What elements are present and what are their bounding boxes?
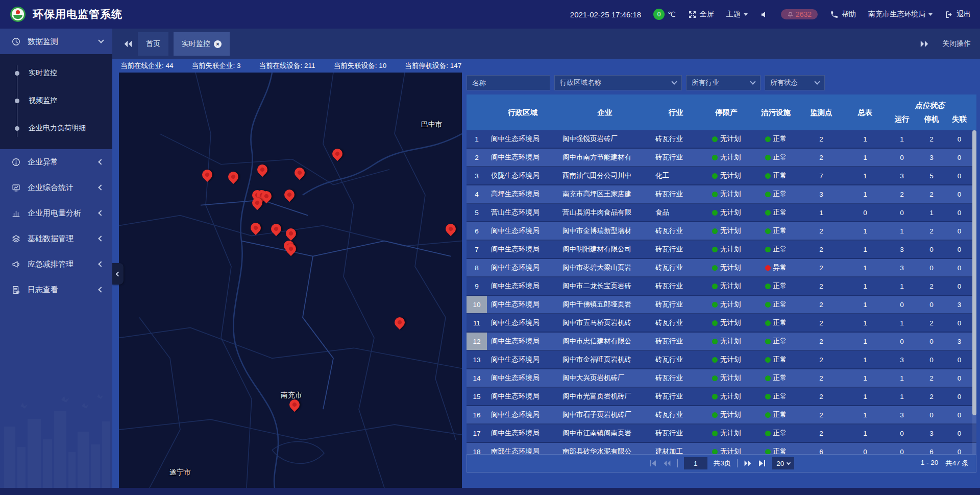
sidebar-item-7[interactable]: 日志查看 [0, 277, 112, 302]
cell-index: 14 [467, 369, 487, 387]
stop-status-label: 无计划 [720, 392, 741, 401]
page-size-select[interactable]: 20 [772, 457, 794, 469]
stop-status-label: 无计划 [720, 226, 741, 235]
tab-realtime-monitor[interactable]: 实时监控 × [174, 32, 230, 56]
cell-region: 阆中生态环境局 [487, 333, 558, 350]
tab-home[interactable]: 首页 [138, 32, 168, 56]
cell-monitor-count: 2 [799, 241, 843, 258]
theme-dropdown[interactable]: 主题 [726, 10, 748, 19]
scrollbar-thumb[interactable] [972, 130, 976, 415]
close-operations-button[interactable]: 关闭操作 [942, 39, 971, 49]
tabs-scroll-right-button[interactable] [920, 40, 929, 48]
facility-status-label: 异常 [773, 263, 787, 272]
status-dot-green [765, 155, 771, 160]
table-row[interactable]: 15阆中生态环境局阆中市光富页岩机砖厂砖瓦行业无计划正常21120 [467, 388, 976, 406]
map-city-label: 遂宁市 [169, 468, 191, 477]
cell-run-count: 3 [887, 351, 917, 368]
region-select[interactable]: 行政区域名称 [554, 75, 682, 90]
status-select[interactable]: 所有状态 [765, 75, 825, 90]
tabs-scroll-left-button[interactable] [124, 40, 133, 48]
cell-index: 18 [467, 443, 487, 454]
table-row[interactable]: 12阆中生态环境局阆中市忠信建材有限公砖瓦行业无计划正常21003 [467, 333, 976, 351]
sidebar-item-2[interactable]: 企业异常 [0, 149, 112, 175]
cell-stop-status: 无计划 [700, 388, 752, 405]
stop-status-label: 无计划 [720, 355, 741, 364]
header-actions: 2021-02-25 17:46:18 0 ℃ 全屏 主题 [570, 9, 980, 20]
cell-run-count: 0 [887, 204, 917, 221]
sidebar-subitem[interactable]: 实时监控 [0, 59, 112, 87]
cell-company: 南部县砖华水泥有限公 [558, 443, 651, 454]
table-row[interactable]: 1阆中生态环境局阆中强锐页岩砖厂砖瓦行业无计划正常21120 [467, 130, 976, 149]
cell-index: 8 [467, 259, 487, 276]
cell-lost-count: 0 [946, 443, 972, 454]
table-row[interactable]: 5营山生态环境局营山县润丰肉食品有限食品无计划正常10010 [467, 204, 976, 222]
prev-page-button[interactable] [663, 460, 671, 467]
table-row[interactable]: 9阆中生态环境局阆中市二龙长宝页岩砖砖瓦行业无计划正常21120 [467, 277, 976, 296]
cell-monitor-count: 2 [799, 425, 843, 442]
sound-toggle-button[interactable] [760, 10, 769, 19]
cell-run-count: 0 [887, 443, 917, 454]
facility-status-label: 正常 [773, 226, 787, 235]
cell-meter-count: 1 [843, 277, 887, 295]
table-row[interactable]: 6阆中生态环境局阆中市金博瑞新型墙材砖瓦行业无计划正常21120 [467, 222, 976, 241]
cell-index: 13 [467, 351, 487, 368]
next-page-button[interactable] [744, 460, 752, 467]
temperature-unit: ℃ [668, 10, 676, 18]
skip-first-icon [649, 460, 657, 467]
cell-meter-count: 1 [843, 425, 887, 442]
table-row[interactable]: 2阆中生态环境局阆中市南方节能建材有砖瓦行业无计划正常21030 [467, 149, 976, 167]
table-row[interactable]: 10阆中生态环境局阆中千佛镇五郎垭页岩砖瓦行业无计划正常21003 [467, 296, 976, 314]
status-dot-green [765, 320, 771, 326]
table-row[interactable]: 3仪陇生态环境局西南油气田分公司川中化工无计划正常71350 [467, 167, 976, 185]
sidebar-collapse-handle[interactable] [112, 263, 124, 285]
sidebar-item-4[interactable]: 企业用电量分析 [0, 200, 112, 226]
sidebar-subitem[interactable]: 视频监控 [0, 87, 112, 114]
fullscreen-button[interactable]: 全屏 [688, 10, 714, 19]
cell-stop-status: 无计划 [700, 406, 752, 423]
logout-button[interactable]: 退出 [945, 10, 971, 19]
name-search-input[interactable] [467, 75, 550, 90]
table-row[interactable]: 11阆中生态环境局阆中市五马桥页岩机砖砖瓦行业无计划正常21120 [467, 314, 976, 333]
table-row[interactable]: 14阆中生态环境局阆中大兴页岩机砖厂砖瓦行业无计划正常21120 [467, 369, 976, 388]
table-row[interactable]: 4高坪生态环境局南充市高坪区王家店建砖瓦行业无计划正常31220 [467, 185, 976, 204]
sidebar-item-6[interactable]: 应急减排管理 [0, 251, 112, 277]
table-row[interactable]: 17阆中生态环境局阆中市江南镇阆南页岩砖瓦行业无计划正常21030 [467, 425, 976, 443]
org-dropdown[interactable]: 南充市生态环境局 [868, 10, 933, 19]
tab-close-icon[interactable]: × [214, 40, 222, 48]
table-row[interactable]: 8阆中生态环境局阆中市枣碧大梁山页岩砖瓦行业无计划异常21300 [467, 259, 976, 277]
cell-stopped-count: 3 [917, 425, 946, 442]
map-panel[interactable]: 巴中市南充市遂宁市 [119, 73, 462, 488]
col-header-point-status-group: 点位状态 运行 停机 失联 [887, 95, 972, 130]
help-button[interactable]: 帮助 [830, 10, 856, 19]
cell-lost-count: 0 [946, 241, 972, 258]
first-page-button[interactable] [649, 460, 657, 467]
page-number-input[interactable]: 1 [684, 457, 707, 469]
industry-select[interactable]: 所有行业 [686, 75, 761, 90]
sidebar-item-5[interactable]: 基础数据管理 [0, 226, 112, 251]
temperature-display: 0 ℃ [653, 9, 676, 20]
table-row[interactable]: 18南部生态环境局南部县砖华水泥有限公建材加工无计划正常60060 [467, 443, 976, 454]
sidebar-item-3[interactable]: 企业综合统计 [0, 175, 112, 200]
table-row[interactable]: 7阆中生态环境局阆中明阳建材有限公司砖瓦行业无计划正常21300 [467, 241, 976, 259]
notification-badge[interactable]: 2632 [781, 9, 818, 19]
cell-stopped-count: 2 [917, 277, 946, 295]
sidebar-subitem[interactable]: 企业电力负荷明细 [0, 114, 112, 142]
sidebar-item-1[interactable]: 数据监测 [0, 29, 112, 54]
cell-stop-status: 无计划 [700, 351, 752, 368]
cell-region: 阆中生态环境局 [487, 130, 558, 148]
table-body: 1阆中生态环境局阆中强锐页岩砖厂砖瓦行业无计划正常211202阆中生态环境局阆中… [467, 130, 976, 454]
table-row[interactable]: 13阆中生态环境局阆中市金福旺页岩机砖砖瓦行业无计划正常21300 [467, 351, 976, 369]
cell-lost-count: 0 [946, 149, 972, 166]
table-row[interactable]: 16阆中生态环境局阆中市石子页岩机砖厂砖瓦行业无计划正常21300 [467, 406, 976, 425]
status-dot-green [712, 320, 718, 326]
chevron-down-icon [928, 13, 933, 16]
cell-monitor-count: 2 [799, 296, 843, 313]
cell-run-count: 0 [887, 425, 917, 442]
last-page-button[interactable] [758, 460, 766, 467]
cell-monitor-count: 2 [799, 149, 843, 166]
col-header-index [467, 95, 487, 130]
cell-company: 营山县润丰肉食品有限 [558, 204, 651, 221]
cell-lost-count: 0 [946, 277, 972, 295]
stat-label: 当前在线企业: [120, 62, 166, 69]
table-scrollbar[interactable] [972, 130, 976, 454]
